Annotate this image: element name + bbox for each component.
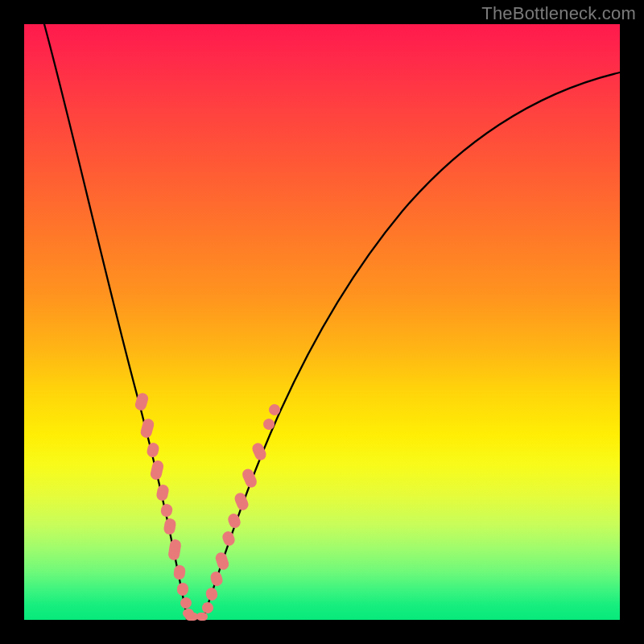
svg-rect-8 xyxy=(173,564,186,580)
svg-rect-20 xyxy=(233,491,250,512)
chart-frame: TheBottleneck.com xyxy=(0,0,644,644)
svg-rect-16 xyxy=(209,570,224,587)
svg-rect-15 xyxy=(204,587,218,602)
svg-rect-12 xyxy=(185,613,198,621)
markers-bottom xyxy=(185,613,208,621)
svg-rect-10 xyxy=(180,597,192,609)
svg-rect-24 xyxy=(267,402,283,418)
bottleneck-curve xyxy=(44,24,620,620)
svg-rect-5 xyxy=(160,503,174,518)
svg-rect-14 xyxy=(201,601,215,615)
svg-rect-18 xyxy=(221,530,236,547)
svg-rect-4 xyxy=(155,484,170,502)
plot-area xyxy=(24,24,620,620)
watermark-text: TheBottleneck.com xyxy=(481,3,636,24)
curve-layer xyxy=(24,24,620,620)
svg-rect-7 xyxy=(167,539,182,561)
svg-rect-17 xyxy=(214,551,230,571)
svg-rect-1 xyxy=(139,418,155,440)
svg-rect-6 xyxy=(163,518,176,535)
svg-rect-9 xyxy=(176,582,189,597)
svg-rect-2 xyxy=(146,442,160,459)
svg-rect-13 xyxy=(196,613,208,621)
markers-left xyxy=(134,391,194,618)
svg-rect-19 xyxy=(226,512,242,530)
svg-rect-23 xyxy=(262,417,277,432)
svg-rect-3 xyxy=(149,460,164,481)
